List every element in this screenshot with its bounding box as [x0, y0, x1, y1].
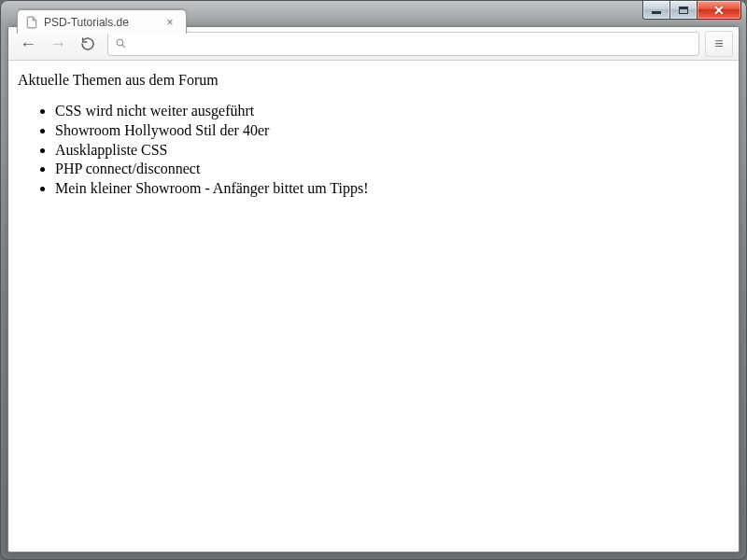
- search-icon: [114, 37, 127, 50]
- reload-icon: [80, 36, 95, 51]
- arrow-left-icon: ←: [20, 35, 36, 52]
- window-frame: ✕ PSD-Tutorials.de × ← →: [0, 0, 747, 560]
- maximize-button[interactable]: [669, 1, 698, 20]
- arrow-right-icon: →: [49, 35, 66, 52]
- svg-point-0: [117, 39, 123, 46]
- maximize-icon: [679, 7, 688, 14]
- list-item: PHP connect/disconnect: [55, 160, 729, 179]
- file-icon: [25, 15, 38, 30]
- hamburger-icon: ≡: [714, 35, 723, 52]
- list-item: Ausklappliste CSS: [55, 141, 729, 161]
- svg-line-1: [122, 45, 125, 48]
- list-item: CSS wird nicht weiter ausgeführt: [55, 102, 729, 121]
- page-viewport[interactable]: Aktuelle Themen aus dem Forum CSS wird n…: [8, 61, 739, 552]
- list-item: Showroom Hollywood Stil der 40er: [55, 121, 729, 141]
- page-content: Aktuelle Themen aus dem Forum CSS wird n…: [8, 61, 739, 210]
- close-button[interactable]: ✕: [697, 1, 741, 20]
- back-button[interactable]: ←: [14, 31, 42, 57]
- reload-button[interactable]: [74, 31, 102, 57]
- tab-title: PSD-Tutorials.de: [44, 16, 163, 29]
- forum-topic-list: CSS wird nicht weiter ausgeführt Showroo…: [55, 102, 729, 199]
- list-item: Mein kleiner Showroom - Anfänger bittet …: [55, 179, 729, 199]
- page-heading: Aktuelle Themen aus dem Forum: [18, 72, 729, 89]
- minimize-button[interactable]: [642, 1, 670, 20]
- forward-button[interactable]: →: [44, 31, 72, 57]
- minimize-icon: [652, 11, 661, 14]
- close-icon: ✕: [713, 4, 725, 17]
- close-icon: ×: [166, 16, 173, 29]
- menu-button[interactable]: ≡: [705, 31, 733, 57]
- browser-chrome: ← → ≡: [7, 26, 740, 553]
- browser-tab[interactable]: PSD-Tutorials.de ×: [17, 9, 187, 34]
- tab-close-button[interactable]: ×: [163, 16, 176, 29]
- address-bar[interactable]: [107, 32, 699, 56]
- window-controls: ✕: [643, 1, 741, 20]
- tab-strip: PSD-Tutorials.de ×: [17, 9, 187, 34]
